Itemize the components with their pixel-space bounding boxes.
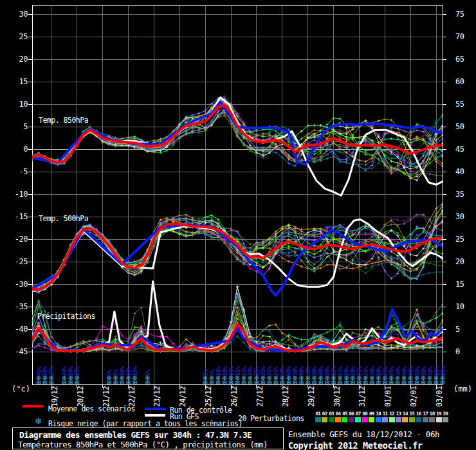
snowflake-icon: ❄ bbox=[260, 379, 266, 387]
perturbations-strip: 0102030405060708091011121314151617181920 bbox=[315, 411, 449, 422]
snow-percent-label: 15% bbox=[228, 366, 235, 376]
snow-percent-label: 25% bbox=[363, 366, 369, 376]
left-axis-tick-label: 0 bbox=[23, 145, 28, 154]
perturbation-swatch bbox=[429, 417, 435, 422]
snowflake-icon: ❄ bbox=[311, 379, 317, 387]
snow-percent-label: 20% bbox=[324, 366, 331, 376]
left-axis-tick-label: 15 bbox=[19, 77, 28, 86]
run-info: Ensemble GEFS du 18/12/2012 - 06h bbox=[288, 429, 439, 439]
snowflake-icon: ❄ bbox=[408, 379, 414, 387]
perturbation-swatch bbox=[443, 417, 448, 422]
snow-percent-label: 5% bbox=[145, 369, 151, 376]
perturbation-item: 02 bbox=[321, 411, 327, 422]
snow-risk-row: ❄❄45%❄❄50%❄❄25%❄❄20%❄❄10%❄❄25%❄❄5%❄❄5%❄❄… bbox=[35, 366, 446, 387]
snow-percent-label: 15% bbox=[434, 366, 440, 376]
perturbation-item: 10 bbox=[375, 411, 381, 422]
snow-percent-label: 50% bbox=[42, 366, 48, 376]
snowflake-icon: ❄ bbox=[369, 379, 375, 387]
perturbation-number: 19 bbox=[436, 411, 441, 417]
snowflake-icon: ❄ bbox=[253, 379, 259, 387]
snowflake-icon: ❄ bbox=[337, 379, 343, 387]
snow-percent-label: 40% bbox=[401, 366, 408, 376]
snowflake-icon: ❄ bbox=[318, 379, 324, 387]
right-axis-tick-label: 10 bbox=[455, 302, 464, 311]
right-axis-tick-label: 0 bbox=[455, 347, 460, 356]
snow-percent-label: 50% bbox=[279, 366, 286, 376]
snowflake-icon: ❄ bbox=[350, 379, 356, 387]
snowflake-icon: ❄ bbox=[215, 379, 221, 387]
perturbation-number: 12 bbox=[389, 411, 394, 417]
gefs-ensemble-diagram: ❄❄45%❄❄50%❄❄25%❄❄20%❄❄10%❄❄25%❄❄5%❄❄5%❄❄… bbox=[0, 0, 476, 450]
snow-percent-label: 15% bbox=[331, 366, 337, 376]
snow-percent-label: 10% bbox=[68, 366, 74, 376]
left-axis-tick-label: -5 bbox=[19, 167, 28, 176]
snow-percent-label: 35% bbox=[266, 366, 273, 376]
perturbation-number: 14 bbox=[403, 411, 408, 417]
date-label: 30/12 bbox=[333, 386, 342, 407]
snowflake-icon: ❄ bbox=[439, 379, 445, 387]
perturbation-item: 20 bbox=[442, 411, 448, 422]
legend-mean-swatch bbox=[23, 405, 43, 408]
perturbations-label: 20 Perturbations bbox=[238, 414, 304, 423]
snowflake-icon: ❄ bbox=[433, 379, 439, 387]
date-label: 27/12 bbox=[255, 386, 264, 407]
date-label: 03/01 bbox=[435, 386, 444, 407]
left-axis-tick-label: 25 bbox=[19, 32, 28, 41]
snow-percent-label: 10% bbox=[222, 366, 228, 376]
perturbation-item: 14 bbox=[402, 411, 408, 422]
perturbation-item: 09 bbox=[369, 411, 375, 422]
perturbation-swatch bbox=[362, 417, 368, 422]
perturbation-number: 04 bbox=[336, 411, 341, 417]
left-axis-tick-label: -15 bbox=[15, 212, 28, 221]
perturbation-swatch bbox=[349, 417, 354, 422]
snowflake-icon: ❄ bbox=[61, 379, 67, 387]
snowflake-icon: ❄ bbox=[68, 379, 73, 387]
snowflake-icon: ❄ bbox=[113, 379, 118, 387]
perturbation-item: 08 bbox=[362, 411, 368, 422]
perturbation-swatch bbox=[376, 417, 381, 422]
right-axis-tick-label: 30 bbox=[455, 212, 464, 221]
snow-percent-label: 5% bbox=[209, 369, 215, 376]
snowflake-icon: ❄ bbox=[401, 379, 407, 387]
date-label: 02/01 bbox=[409, 386, 418, 407]
perturbation-number: 02 bbox=[322, 411, 327, 417]
snow-percent-label: 30% bbox=[421, 366, 427, 376]
snowflake-icon: ❄ bbox=[241, 379, 246, 387]
date-label: 28/12 bbox=[281, 386, 290, 407]
snowflake-icon: ❄ bbox=[292, 379, 298, 387]
snowflake-icon: ❄ bbox=[286, 379, 291, 387]
left-axis-tick-label: 30 bbox=[19, 10, 28, 19]
left-axis-tick-label: -40 bbox=[15, 325, 28, 334]
perturbation-number: 05 bbox=[342, 411, 347, 417]
perturbation-number: 20 bbox=[443, 411, 448, 417]
date-label: 24/12 bbox=[178, 386, 187, 407]
snowflake-icon: ❄ bbox=[48, 379, 54, 387]
snowflake-icon: ❄ bbox=[74, 379, 80, 387]
snowflake-icon: ❄ bbox=[298, 379, 304, 387]
perturbation-item: 11 bbox=[381, 411, 388, 422]
left-axis-tick-label: -10 bbox=[15, 190, 28, 199]
snowflake-icon: ❄ bbox=[221, 379, 227, 387]
perturbation-item: 18 bbox=[428, 411, 435, 422]
snowflake-icon: ❄ bbox=[414, 379, 419, 387]
right-axis-tick-label: 70 bbox=[455, 32, 464, 41]
snow-percent-label: 35% bbox=[414, 366, 421, 376]
snowflake-icon: ❄ bbox=[125, 379, 131, 387]
snow-percent-label: 20% bbox=[350, 366, 356, 376]
snowflake-icon: ❄ bbox=[145, 379, 151, 387]
right-axis-tick-label: 15 bbox=[455, 280, 464, 289]
date-label: 23/12 bbox=[152, 386, 161, 407]
gfs-line bbox=[32, 98, 443, 196]
right-axis-tick-label: 40 bbox=[455, 167, 464, 176]
legend-mean-label: Moyenne des scénarios bbox=[48, 404, 135, 413]
perturbation-item: 07 bbox=[355, 411, 362, 422]
right-axis-tick-label: 35 bbox=[455, 190, 464, 199]
snowflake-icon: ❄ bbox=[247, 379, 253, 387]
snow-percent-label: 30% bbox=[247, 366, 253, 376]
perturbation-swatch bbox=[369, 417, 374, 422]
snowflake-icon: ❄ bbox=[389, 379, 394, 387]
snow-percent-label: 25% bbox=[48, 366, 55, 376]
snowflake-icon: ❄ bbox=[324, 379, 330, 387]
perturbation-swatch bbox=[355, 417, 361, 422]
perturbation-swatch bbox=[335, 417, 341, 422]
